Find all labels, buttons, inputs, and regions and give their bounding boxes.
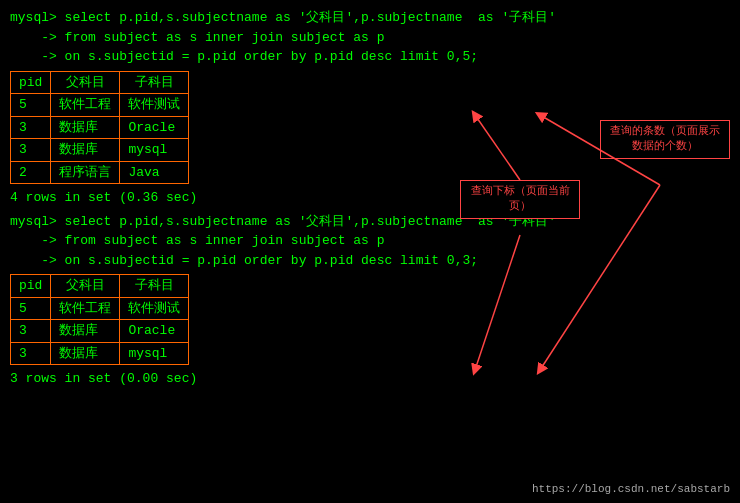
cell: 软件工程 [51,297,120,320]
watermark: https://blog.csdn.net/sabstarb [532,483,730,495]
col-zikemu-2: 子科目 [120,275,189,298]
cell: 程序语言 [51,161,120,184]
arrow-left-q2 [475,235,520,370]
cell: 3 [11,342,51,365]
annotation-right-text: 查询的条数（页面展示数据的个数） [600,120,730,159]
cell: 数据库 [51,320,120,343]
query2-table: pid 父科目 子科目 5 软件工程 软件测试 3 数据库 Oracle [10,274,189,365]
col-zikemu-1: 子科目 [120,71,189,94]
cell: 软件测试 [120,94,189,117]
cell: Java [120,161,189,184]
table-row: 3 数据库 mysql [11,139,189,162]
table-row: 3 数据库 mysql [11,342,189,365]
col-pid-2: pid [11,275,51,298]
col-fukemp-1: 父科目 [51,71,120,94]
cell: 3 [11,139,51,162]
annotation-left-text: 查询下标（页面当前页） [460,180,580,219]
arrow-left-q1 [475,115,520,180]
cell: 3 [11,116,51,139]
cell: 3 [11,320,51,343]
cell: 软件测试 [120,297,189,320]
query1-line2: -> from subject as s inner join subject … [10,28,730,48]
col-pid-1: pid [11,71,51,94]
cell: mysql [120,342,189,365]
table-row: 2 程序语言 Java [11,161,189,184]
table-row: 3 数据库 Oracle [11,320,189,343]
cell: 软件工程 [51,94,120,117]
annotations-overlay: 查询下标（页面当前页） 查询的条数（页面展示数据的个数） [460,60,740,420]
query1-table: pid 父科目 子科目 5 软件工程 软件测试 3 数据库 Oracle [10,71,189,185]
cell: Oracle [120,320,189,343]
cell: 数据库 [51,139,120,162]
col-fukemu-2: 父科目 [51,275,120,298]
table-row: 5 软件工程 软件测试 [11,94,189,117]
cell: Oracle [120,116,189,139]
cell: mysql [120,139,189,162]
cell: 5 [11,94,51,117]
table-row: 5 软件工程 软件测试 [11,297,189,320]
cell: 5 [11,297,51,320]
query1-line1: mysql> select p.pid,s.subjectname as '父科… [10,8,730,28]
cell: 2 [11,161,51,184]
table-row: 3 数据库 Oracle [11,116,189,139]
cell: 数据库 [51,116,120,139]
annotation-arrows-svg: 查询下标（页面当前页） 查询的条数（页面展示数据的个数） [460,60,740,420]
cell: 数据库 [51,342,120,365]
